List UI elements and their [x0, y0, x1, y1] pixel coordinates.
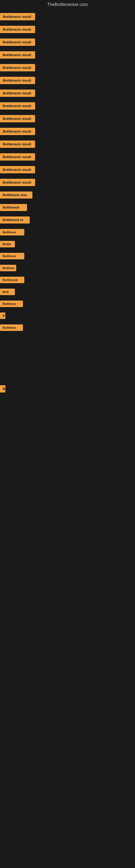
- spacer-3: [0, 395, 135, 422]
- list-item: Bottlene: [0, 262, 135, 274]
- bottleneck-badge: Bottlenec: [0, 324, 23, 331]
- spacer-6: [0, 476, 135, 504]
- list-item: Bottleneck result: [0, 49, 135, 61]
- list-item: Bottlenec: [0, 250, 135, 262]
- bottleneck-badge: Bottleneck result: [0, 26, 35, 33]
- list-item: Bottleneck result: [0, 61, 135, 74]
- bottleneck-badge: Bottleneck result: [0, 51, 35, 59]
- bottleneck-badge: Bottlenec: [0, 301, 23, 307]
- bottleneck-badge: Bottleneck result: [0, 38, 35, 46]
- list-item: Bottleneck result: [0, 125, 135, 138]
- list-item: Bottleneck result: [0, 151, 135, 163]
- list-item: Bottlenec: [0, 298, 135, 310]
- bottleneck-badge: Bottleneck resu: [0, 191, 32, 198]
- bottleneck-badge: Bottleneck result: [0, 141, 35, 148]
- rows-container: Bottleneck resultBottleneck resultBottle…: [0, 10, 135, 334]
- list-item: Bottleneck result: [0, 23, 135, 36]
- list-item: Bottleneck re: [0, 214, 135, 226]
- list-item: Bottleneck result: [0, 87, 135, 99]
- bottleneck-badge: Bottleneck result: [0, 64, 35, 71]
- list-item: Bottleneck result: [0, 163, 135, 176]
- list-item: Bottlenec: [0, 322, 135, 334]
- bottleneck-badge: B: [0, 312, 5, 319]
- spacer-5: [0, 450, 135, 476]
- bottleneck-badge: Bottleneck result: [0, 179, 35, 186]
- list-item: Bottleneck result: [0, 138, 135, 151]
- bottleneck-badge: Bottlenec: [0, 229, 24, 236]
- list-item: Bottleneck result: [0, 112, 135, 125]
- bottleneck-badge: Bottleneck result: [0, 77, 35, 84]
- bottleneck-badge: Bottlenec: [0, 253, 24, 259]
- bottleneck-badge: Bottle: [0, 241, 15, 247]
- bottleneck-badge: Bottleneck result: [0, 166, 35, 173]
- list-item: Bottleneck result: [0, 36, 135, 49]
- list-item: Bottleneck result: [0, 10, 135, 23]
- bottleneck-badge: Bottleneck re: [0, 216, 30, 223]
- bottom-section: B: [0, 377, 135, 395]
- spacer-1: [0, 334, 135, 361]
- list-item: Bottleneck result: [0, 99, 135, 112]
- list-item: Bottleneck: [0, 201, 135, 214]
- list-item: Bottleneck resu: [0, 189, 135, 201]
- spacer-7: [0, 504, 135, 531]
- bottleneck-badge: Bottleneck result: [0, 90, 35, 97]
- site-title: TheBottlenecker.com: [0, 0, 135, 10]
- list-item: B: [0, 382, 135, 395]
- list-item: Bottleneck: [0, 274, 135, 286]
- bottleneck-badge: Bottleneck result: [0, 153, 35, 161]
- bottleneck-badge: Bott: [0, 289, 15, 295]
- spacer-4: [0, 422, 135, 450]
- bottleneck-badge: Bottleneck: [0, 204, 27, 211]
- bottleneck-badge: Bottleneck result: [0, 102, 35, 110]
- list-item: Bottlenec: [0, 226, 135, 238]
- list-item: Bottleneck result: [0, 74, 135, 87]
- bottleneck-badge: B: [0, 385, 5, 393]
- bottleneck-badge: Bottleneck result: [0, 115, 35, 122]
- list-item: Bottle: [0, 238, 135, 250]
- list-item: B: [0, 310, 135, 322]
- bottleneck-badge: Bottlene: [0, 265, 16, 271]
- bottleneck-badge: Bottleneck result: [0, 13, 35, 20]
- site-header: TheBottlenecker.com: [0, 0, 135, 10]
- list-item: Bottleneck result: [0, 176, 135, 189]
- list-item: Bott: [0, 286, 135, 298]
- spacer-2: [0, 361, 135, 377]
- bottleneck-badge: Bottleneck result: [0, 128, 35, 135]
- bottleneck-badge: Bottleneck: [0, 277, 24, 283]
